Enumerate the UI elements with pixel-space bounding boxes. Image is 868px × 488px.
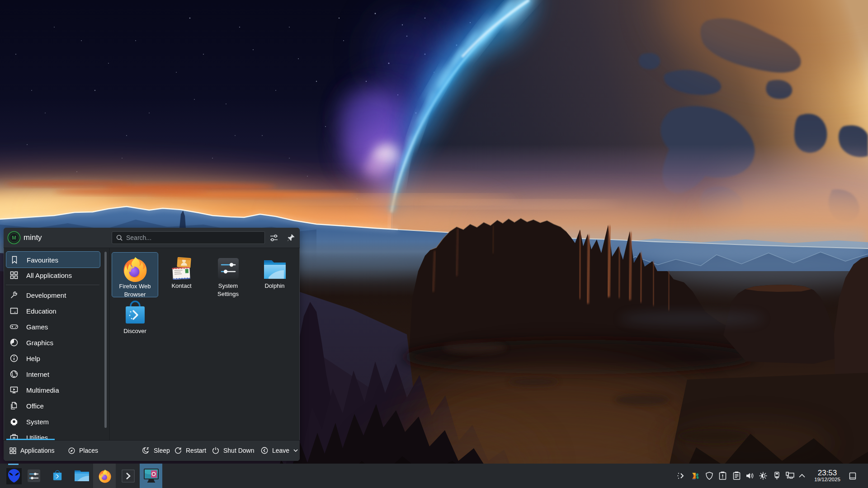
- svg-text:M: M: [12, 235, 16, 240]
